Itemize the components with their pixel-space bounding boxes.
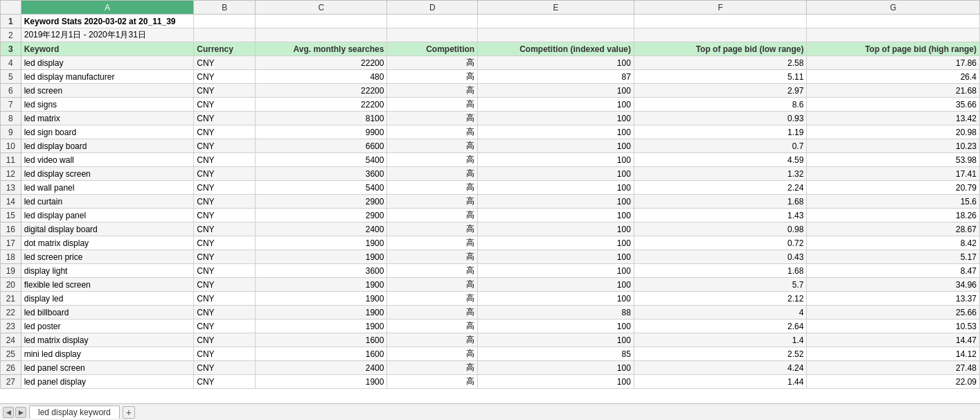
tab-nav-left[interactable]: ◀ (3, 407, 14, 418)
cell-e[interactable]: 100 (478, 195, 634, 209)
table-row[interactable]: 10led display boardCNY6600高1000.710.23 (1, 139, 980, 153)
cell-c[interactable]: 2400 (256, 222, 387, 236)
cell-b[interactable] (194, 15, 256, 28)
cell-g[interactable]: 35.66 (807, 98, 980, 112)
cell-a[interactable]: led display (21, 56, 194, 70)
cell-f[interactable]: 0.93 (634, 112, 807, 125)
cell-b[interactable]: CNY (194, 84, 256, 98)
cell-c[interactable]: 1900 (256, 250, 387, 264)
cell-f[interactable]: 0.43 (634, 250, 807, 264)
cell-d[interactable]: 高 (387, 333, 478, 347)
cell-g[interactable]: 10.53 (807, 320, 980, 333)
col-header-b[interactable]: B (194, 1, 256, 15)
cell-a[interactable]: led billboard (21, 306, 194, 320)
cell-f[interactable]: 1.19 (634, 125, 807, 139)
cell-a[interactable]: led display panel (21, 209, 194, 222)
cell-f[interactable]: 4.24 (634, 361, 807, 375)
cell-d[interactable]: 高 (387, 98, 478, 112)
cell-d[interactable] (387, 28, 478, 42)
cell-a[interactable]: led display board (21, 139, 194, 153)
cell-g[interactable]: 53.98 (807, 153, 980, 167)
table-row[interactable]: 7led signsCNY22200高1008.635.66 (1, 98, 980, 112)
cell-c[interactable]: 6600 (256, 139, 387, 153)
cell-e[interactable]: 100 (478, 375, 634, 389)
col-header-c[interactable]: C (256, 1, 387, 15)
cell-d[interactable]: Competition (387, 42, 478, 56)
cell-b[interactable]: CNY (194, 139, 256, 153)
cell-b[interactable]: CNY (194, 375, 256, 389)
col-header-g[interactable]: G (807, 1, 980, 15)
cell-e[interactable]: 100 (478, 222, 634, 236)
col-header-d[interactable]: D (387, 1, 478, 15)
cell-b[interactable]: CNY (194, 347, 256, 361)
cell-e[interactable]: 100 (478, 292, 634, 306)
cell-c[interactable]: 3600 (256, 167, 387, 181)
table-row[interactable]: 20flexible led screenCNY1900高1005.734.96 (1, 278, 980, 292)
table-row[interactable]: 16digital display boardCNY2400高1000.9828… (1, 222, 980, 236)
table-row[interactable]: 13led wall panelCNY5400高1002.2420.79 (1, 181, 980, 195)
cell-d[interactable]: 高 (387, 56, 478, 70)
col-header-a[interactable]: A (21, 1, 194, 15)
cell-a[interactable]: led video wall (21, 153, 194, 167)
cell-a[interactable]: led wall panel (21, 181, 194, 195)
cell-a[interactable]: led screen price (21, 250, 194, 264)
cell-d[interactable]: 高 (387, 375, 478, 389)
cell-c[interactable]: 1900 (256, 236, 387, 250)
cell-e[interactable]: Competition (indexed value) (478, 42, 634, 56)
cell-e[interactable]: 88 (478, 306, 634, 320)
cell-e[interactable]: 100 (478, 98, 634, 112)
cell-d[interactable]: 高 (387, 222, 478, 236)
cell-d[interactable]: 高 (387, 181, 478, 195)
table-row[interactable]: 14led curtainCNY2900高1001.6815.6 (1, 195, 980, 209)
cell-c[interactable]: 1900 (256, 292, 387, 306)
cell-c[interactable]: 2900 (256, 209, 387, 222)
cell-f[interactable]: 0.7 (634, 139, 807, 153)
cell-c[interactable]: 2900 (256, 195, 387, 209)
cell-e[interactable]: 100 (478, 209, 634, 222)
cell-b[interactable]: CNY (194, 70, 256, 84)
cell-g[interactable]: 13.42 (807, 112, 980, 125)
cell-b[interactable]: CNY (194, 222, 256, 236)
cell-e[interactable]: 100 (478, 56, 634, 70)
cell-g[interactable]: 15.6 (807, 195, 980, 209)
cell-e[interactable]: 100 (478, 125, 634, 139)
cell-c[interactable]: 3600 (256, 264, 387, 278)
cell-g[interactable] (807, 15, 980, 28)
cell-e[interactable]: 100 (478, 278, 634, 292)
cell-b[interactable] (194, 28, 256, 42)
cell-a[interactable]: flexible led screen (21, 278, 194, 292)
cell-e[interactable] (478, 15, 634, 28)
cell-b[interactable]: CNY (194, 181, 256, 195)
cell-e[interactable]: 87 (478, 70, 634, 84)
cell-f[interactable]: 1.4 (634, 333, 807, 347)
cell-e[interactable]: 85 (478, 347, 634, 361)
table-row[interactable]: 15led display panelCNY2900高1001.4318.26 (1, 209, 980, 222)
cell-g[interactable]: 22.09 (807, 375, 980, 389)
cell-f[interactable]: 1.43 (634, 209, 807, 222)
cell-c[interactable]: 8100 (256, 112, 387, 125)
cell-d[interactable]: 高 (387, 209, 478, 222)
cell-f[interactable] (634, 15, 807, 28)
cell-f[interactable]: 2.58 (634, 56, 807, 70)
cell-a[interactable]: Keyword Stats 2020-03-02 at 20_11_39 (21, 15, 194, 28)
table-row[interactable]: 22led billboardCNY1900高88425.66 (1, 306, 980, 320)
table-row[interactable]: 4led displayCNY22200高1002.5817.86 (1, 56, 980, 70)
cell-b[interactable]: CNY (194, 56, 256, 70)
cell-f[interactable]: 1.68 (634, 264, 807, 278)
cell-d[interactable]: 高 (387, 195, 478, 209)
table-row[interactable]: 23led posterCNY1900高1002.6410.53 (1, 320, 980, 333)
cell-e[interactable]: 100 (478, 153, 634, 167)
cell-g[interactable]: 34.96 (807, 278, 980, 292)
cell-a[interactable]: led display manufacturer (21, 70, 194, 84)
cell-e[interactable]: 100 (478, 181, 634, 195)
cell-b[interactable]: CNY (194, 292, 256, 306)
cell-d[interactable]: 高 (387, 278, 478, 292)
cell-f[interactable]: 5.11 (634, 70, 807, 84)
cell-b[interactable]: CNY (194, 112, 256, 125)
cell-d[interactable]: 高 (387, 139, 478, 153)
col-header-e[interactable]: E (478, 1, 634, 15)
cell-f[interactable]: 1.68 (634, 195, 807, 209)
cell-b[interactable]: CNY (194, 153, 256, 167)
cell-g[interactable]: 26.4 (807, 70, 980, 84)
cell-a[interactable]: led panel screen (21, 361, 194, 375)
